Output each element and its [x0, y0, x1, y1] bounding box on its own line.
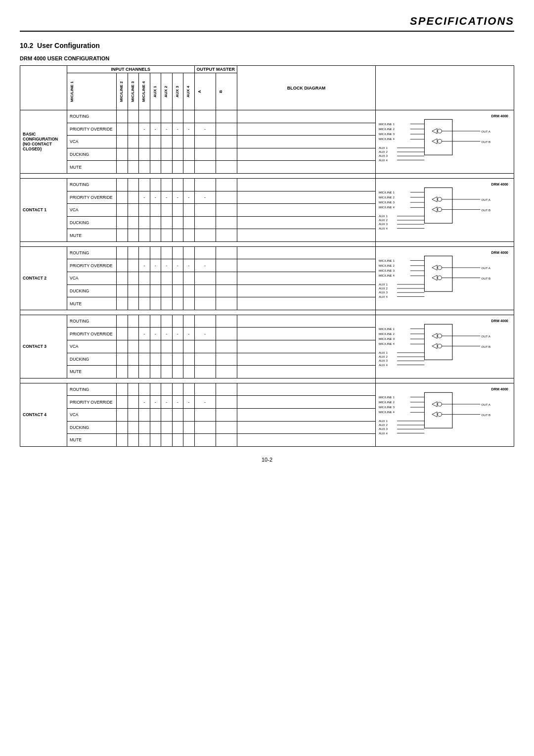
- data-cell: [161, 161, 173, 174]
- svg-marker-14: [432, 139, 437, 143]
- data-cell: [117, 315, 128, 328]
- data-cell: -: [194, 123, 216, 136]
- data-cell: [117, 216, 128, 229]
- svg-rect-1: [424, 119, 452, 155]
- data-cell: [117, 204, 128, 217]
- data-cell: [216, 148, 237, 161]
- data-cell: [117, 396, 128, 409]
- svg-text:AUX 4: AUX 4: [379, 363, 388, 366]
- row-label-mute: MUTE: [67, 434, 117, 447]
- row-label-vca: VCA: [67, 272, 117, 285]
- data-cell: -: [194, 259, 216, 272]
- data-cell: [161, 136, 173, 148]
- data-cell: [128, 191, 139, 204]
- data-cell: [150, 110, 161, 123]
- data-cell: [150, 383, 161, 396]
- data-cell: [172, 353, 183, 366]
- input-channels-header: INPUT CHANNELS: [67, 66, 195, 73]
- data-cell: [139, 284, 150, 297]
- data-cell: [216, 204, 237, 217]
- data-cell: [183, 408, 195, 421]
- svg-text:AUX 1: AUX 1: [379, 214, 388, 218]
- data-cell: [128, 340, 139, 353]
- svg-text:MIC/LINE 1: MIC/LINE 1: [379, 190, 395, 194]
- svg-text:MIC/LINE 3: MIC/LINE 3: [379, 132, 395, 136]
- data-cell: -: [139, 396, 150, 409]
- data-cell: [216, 297, 237, 310]
- svg-marker-101: [432, 343, 437, 348]
- data-cell: -: [183, 396, 195, 409]
- data-cell: [216, 353, 237, 366]
- row-label-ducking: DUCKING: [67, 216, 117, 229]
- data-cell: [128, 216, 139, 229]
- page-title: SPECIFICATIONS: [410, 15, 514, 27]
- data-cell: [183, 229, 195, 242]
- svg-point-40: [438, 197, 442, 201]
- data-cell: [183, 246, 195, 259]
- data-cell: [237, 161, 376, 174]
- spacer-row: [20, 241, 514, 246]
- svg-text:OUT B: OUT B: [481, 344, 490, 348]
- svg-point-102: [438, 344, 442, 348]
- row-label-mute: MUTE: [67, 161, 117, 174]
- svg-rect-117: [424, 392, 452, 428]
- data-cell: [216, 161, 237, 174]
- data-cell: [194, 204, 216, 217]
- data-cell: [161, 246, 173, 259]
- svg-marker-130: [432, 412, 437, 417]
- data-cell: [237, 148, 376, 161]
- data-cell: -: [172, 259, 183, 272]
- table-title: DRM 4000 USER CONFIGURATION: [20, 55, 514, 61]
- data-cell: [183, 204, 195, 217]
- row-label-mute: MUTE: [67, 297, 117, 310]
- data-cell: [128, 297, 139, 310]
- data-cell: [172, 136, 183, 148]
- data-cell: [161, 229, 173, 242]
- data-cell: [194, 229, 216, 242]
- row-label-priority-override: PRIORITY OVERRIDE: [67, 123, 117, 136]
- data-cell: [139, 408, 150, 421]
- data-cell: [128, 328, 139, 340]
- block-diagram-3: DRM 4000 MIC/LINE 1 MIC/LINE 2 MIC/LINE …: [376, 315, 514, 378]
- data-cell: [216, 216, 237, 229]
- svg-text:AUX 1: AUX 1: [379, 351, 388, 354]
- data-cell: [216, 178, 237, 191]
- data-cell: [172, 366, 183, 378]
- data-cell: [161, 110, 173, 123]
- data-cell: [161, 421, 173, 434]
- svg-text:AUX 4: AUX 4: [379, 158, 388, 162]
- row-label-routing: ROUTING: [67, 178, 117, 191]
- data-cell: [183, 434, 195, 447]
- data-cell: [183, 136, 195, 148]
- data-cell: [150, 272, 161, 285]
- svg-text:MIC/LINE 3: MIC/LINE 3: [379, 337, 395, 340]
- svg-text:MIC/LINE 1: MIC/LINE 1: [379, 122, 395, 126]
- data-cell: [161, 315, 173, 328]
- data-cell: -: [161, 328, 173, 340]
- data-cell: [117, 383, 128, 396]
- data-cell: [117, 408, 128, 421]
- data-cell: [216, 246, 237, 259]
- svg-text:OUT B: OUT B: [481, 413, 490, 416]
- data-cell: [183, 284, 195, 297]
- svg-rect-30: [424, 188, 452, 223]
- data-cell: [117, 328, 128, 340]
- svg-text:AUX 2: AUX 2: [379, 150, 388, 153]
- data-cell: [150, 434, 161, 447]
- data-cell: [216, 259, 237, 272]
- data-cell: [172, 148, 183, 161]
- data-cell: [172, 383, 183, 396]
- data-cell: [216, 366, 237, 378]
- spacer-row: [20, 173, 514, 178]
- data-cell: [172, 272, 183, 285]
- data-cell: [172, 204, 183, 217]
- data-cell: [216, 284, 237, 297]
- data-cell: [237, 229, 376, 242]
- spacer-row: [20, 378, 514, 383]
- data-cell: [237, 216, 376, 229]
- data-cell: [117, 353, 128, 366]
- data-cell: [117, 161, 128, 174]
- svg-text:MIC/LINE 4: MIC/LINE 4: [379, 205, 395, 209]
- data-cell: [117, 272, 128, 285]
- data-cell: [161, 366, 173, 378]
